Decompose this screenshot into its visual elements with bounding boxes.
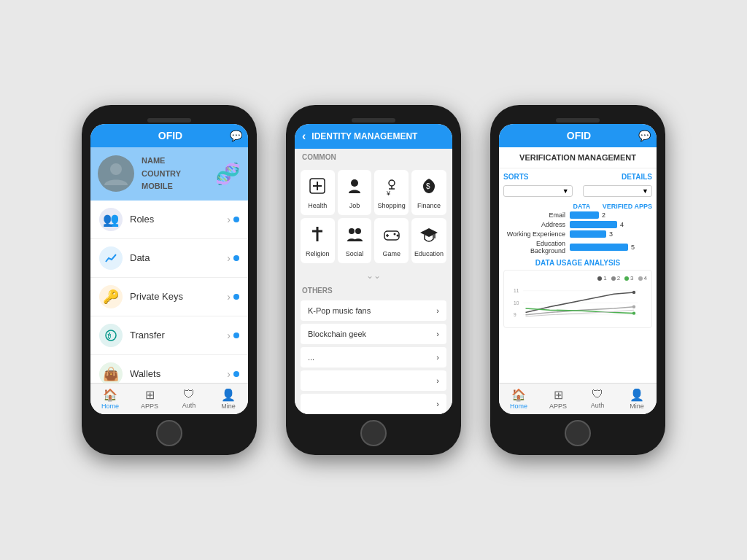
shopping-cell[interactable]: ¥ Shopping — [374, 170, 409, 215]
menu-item-transfer[interactable]: ₿ Transfer › — [90, 316, 248, 355]
working-exp-label: Working Experience — [503, 230, 565, 238]
roles-dot — [233, 217, 239, 222]
phone3-nav-auth-label: Auth — [591, 402, 605, 409]
finance-cell[interactable]: $ Finance — [411, 170, 446, 215]
others-kpop[interactable]: K-Pop music fans › — [301, 300, 446, 321]
private-keys-label: Private Keys — [130, 291, 227, 302]
job-label: Job — [349, 202, 360, 209]
wallets-dot — [233, 371, 239, 377]
finance-icon: $ — [419, 176, 439, 201]
legend-4-dot — [638, 276, 643, 281]
transfer-label: Transfer — [130, 330, 227, 341]
phone1-title: OFID — [158, 130, 182, 141]
religion-cell[interactable]: Religion — [301, 218, 335, 263]
job-icon — [344, 176, 365, 201]
apps-icon: ⊞ — [145, 388, 155, 402]
social-icon — [344, 224, 365, 249]
nav-apps[interactable]: ⊞ APPS — [130, 386, 169, 411]
menu-item-wallets[interactable]: 👜 Wallets › — [90, 355, 248, 383]
others-item4[interactable]: › — [301, 370, 446, 391]
dna-icon: 🧬 — [215, 162, 241, 186]
expand-common[interactable]: ⌄⌄ — [295, 269, 452, 282]
email-bar-container: 2 — [570, 211, 652, 219]
health-label: Health — [308, 202, 327, 209]
profile-country: COUNTRY — [142, 168, 208, 181]
menu-item-private-keys[interactable]: 🔑 Private Keys › — [90, 278, 248, 316]
svg-point-0 — [110, 163, 122, 175]
profile-mobile: MOBILE — [142, 180, 208, 193]
phone3-nav-home-label: Home — [510, 402, 527, 410]
menu-item-roles[interactable]: 👥 Roles › — [90, 201, 248, 239]
sorts-select[interactable]: ▼ — [503, 185, 573, 197]
email-bar — [570, 211, 599, 219]
mine-icon: 👤 — [221, 388, 236, 402]
auth-icon: 🛡 — [183, 388, 195, 401]
back-button[interactable]: ‹ — [302, 130, 306, 143]
kpop-arrow: › — [436, 306, 439, 315]
phone3-bottom-nav: 🏠 Home ⊞ APPS 🛡 Auth 👤 Mine — [499, 383, 657, 414]
nav-auth[interactable]: 🛡 Auth — [169, 386, 209, 411]
phone3-nav-auth[interactable]: 🛡 Auth — [578, 386, 617, 411]
education-cell[interactable]: Education — [411, 218, 446, 263]
menu-item-data[interactable]: Data › — [90, 239, 248, 278]
phone3-nav-mine-label: Mine — [630, 402, 644, 410]
transfer-icon: ₿ — [99, 324, 123, 347]
phone1-menu: 👥 Roles › Data › 🔑 Private Keys › — [90, 201, 248, 383]
phone2-home-button[interactable] — [360, 420, 387, 446]
shopping-icon: ¥ — [382, 176, 402, 201]
legend-1-label: 1 — [603, 275, 606, 281]
address-label: Address — [503, 221, 565, 228]
social-label: Social — [346, 250, 364, 257]
phone-2: ‹ IDENTITY MANAGEMENT COMMON Health — [286, 105, 461, 455]
phone3-nav-apps[interactable]: ⊞ APPS — [538, 386, 578, 411]
phone3-nav-home[interactable]: 🏠 Home — [499, 386, 538, 411]
svg-point-28 — [632, 311, 635, 314]
job-cell[interactable]: Job — [338, 170, 372, 215]
svg-text:¥: ¥ — [386, 190, 391, 196]
blockchain-label: Blockchain geek — [308, 330, 366, 338]
nav-mine[interactable]: 👤 Mine — [209, 386, 248, 411]
analysis-title: DATA USAGE ANALYSIS — [503, 259, 652, 267]
nav-auth-label: Auth — [182, 402, 196, 409]
edu-bg-bar — [570, 244, 628, 251]
others-blockchain[interactable]: Blockchain geek › — [301, 324, 446, 344]
phone3-nav-mine[interactable]: 👤 Mine — [617, 386, 657, 411]
phone1-profile: NAME COUNTRY MOBILE 🧬 — [90, 147, 248, 201]
phone1-home-button[interactable] — [156, 420, 182, 446]
profile-name: NAME — [142, 155, 208, 168]
svg-point-15 — [393, 233, 395, 236]
sorts-details-row: SORTS DETAILS — [503, 173, 652, 181]
phone3-home-button[interactable] — [565, 420, 591, 446]
details-select[interactable]: ▼ — [583, 185, 652, 197]
svg-text:₿: ₿ — [107, 332, 112, 340]
others-item5[interactable]: › — [301, 394, 446, 414]
health-cell[interactable]: Health — [301, 170, 335, 215]
chart-legend: 1 2 3 4 — [508, 275, 647, 281]
item4-arrow: › — [436, 376, 439, 385]
edu-bg-count: 5 — [631, 244, 635, 251]
working-exp-bar-container: 3 — [570, 230, 652, 238]
phone3-header: OFID 💬 — [499, 124, 657, 147]
phones-container: OFID 💬 NAME COUNTRY MOBILE 🧬 — [82, 105, 665, 455]
social-cell[interactable]: Social — [338, 218, 372, 263]
shopping-label: Shopping — [378, 202, 406, 209]
phone-1: OFID 💬 NAME COUNTRY MOBILE 🧬 — [82, 105, 257, 455]
working-exp-row: Working Experience 3 — [503, 230, 652, 238]
phone3-msg-icon[interactable]: 💬 — [638, 130, 651, 141]
data-col: DATA — [573, 203, 591, 210]
nav-home[interactable]: 🏠 Home — [90, 386, 130, 411]
game-cell[interactable]: Game — [374, 218, 409, 263]
edu-bg-label: Education Background — [503, 240, 565, 254]
address-bar-container: 4 — [570, 221, 652, 228]
verified-apps-col: VERIFIED APPS — [603, 203, 652, 210]
chart-svg: 11 10 9 — [508, 284, 647, 324]
phone1-msg-icon[interactable]: 💬 — [230, 130, 242, 141]
phone1-avatar — [98, 155, 134, 192]
legend-1-dot — [597, 276, 602, 281]
data-label: Data — [130, 252, 227, 263]
identity-icon-grid: Health Job — [295, 164, 452, 269]
others-more[interactable]: ... › — [301, 347, 446, 368]
sorts-dropdown-icon: ▼ — [562, 187, 569, 195]
item5-arrow: › — [436, 400, 439, 408]
svg-text:9: 9 — [514, 312, 516, 317]
